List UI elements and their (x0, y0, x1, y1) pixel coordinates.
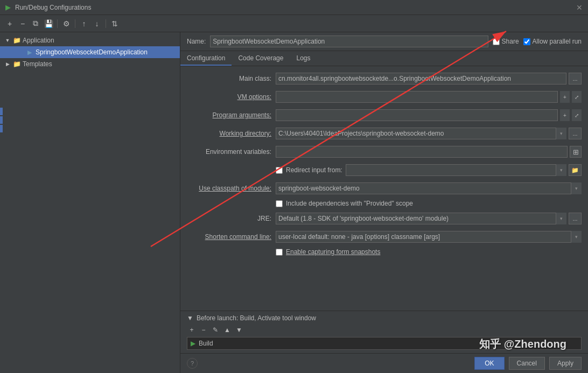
share-checkbox-wrapper: Share (493, 38, 519, 45)
working-directory-row: Working directory: ▾ ... (187, 126, 582, 140)
before-launch-edit-button[interactable]: ✎ (211, 325, 220, 335)
before-launch-remove-button[interactable]: − (199, 325, 208, 335)
right-panel: Name: Share Allow parallel run Configura… (180, 32, 588, 373)
before-launch-item-build[interactable]: ▶ Build (187, 337, 581, 349)
allow-parallel-checkbox[interactable] (523, 38, 530, 45)
left-panel: ▼ 📁 Application ▶ SpringbootWebsocketDem… (0, 32, 180, 373)
add-config-button[interactable]: + (4, 18, 15, 29)
shorten-cmd-label: Shorten command line: (187, 233, 276, 241)
main-class-row: Main class: ... (187, 72, 582, 86)
vm-options-fullscreen-button[interactable]: ⤢ (572, 91, 582, 103)
arrow-icon-application: ▼ (4, 37, 11, 44)
left-indicator-3 (0, 125, 3, 132)
tree-label-application: Application (23, 37, 54, 44)
vm-options-expand-button[interactable]: + (560, 91, 570, 103)
settings-button[interactable]: ⚙ (61, 18, 72, 29)
move-down-button[interactable]: ↓ (92, 18, 102, 29)
tabs-bar: Configuration Code Coverage Logs (180, 51, 588, 66)
cancel-button[interactable]: Cancel (509, 357, 545, 370)
arrow-icon-templates: ▶ (4, 61, 11, 67)
env-variables-input[interactable] (276, 146, 568, 158)
main-class-input-group: ... (276, 73, 582, 85)
tab-logs[interactable]: Logs (290, 51, 317, 66)
tree-label-springboot: SpringbootWebsocketDemoApplication (36, 48, 148, 56)
tree-item-application[interactable]: ▼ 📁 Application (0, 34, 180, 46)
program-args-expand-button[interactable]: + (560, 109, 570, 121)
toolbar: + − ⧉ 💾 ⚙ ↑ ↓ ⇅ (0, 15, 588, 32)
before-launch-title: Before launch: Build, Activate tool wind… (197, 314, 316, 322)
folder-icon-templates: 📁 (13, 60, 20, 68)
redirect-input-row: Redirect input from: ▾ 📁 (187, 163, 582, 177)
toolbar-separator-2 (75, 19, 75, 28)
jre-browse-button[interactable]: ... (569, 213, 582, 224)
app-icon: ▶ (4, 4, 12, 11)
jre-input-group: Default (1.8 - SDK of 'springboot-websoc… (276, 213, 582, 224)
before-launch-item-label: Build (199, 340, 213, 347)
include-deps-row: Include dependencies with "Provided" sco… (187, 200, 582, 207)
toolbar-separator-3 (106, 19, 106, 28)
dialog: + − ⧉ 💾 ⚙ ↑ ↓ ⇅ ▼ 📁 Application (0, 15, 588, 373)
classpath-row: Use classpath of module: springboot-webs… (187, 181, 582, 195)
move-up-button[interactable]: ↑ (79, 18, 89, 29)
enable-snapshots-label: Enable capturing form snapshots (286, 248, 380, 256)
redirect-browse-button[interactable]: 📁 (569, 164, 582, 176)
allow-parallel-label: Allow parallel run (533, 38, 582, 45)
main-class-label: Main class: (187, 75, 276, 82)
vm-options-input[interactable] (276, 91, 558, 103)
shorten-cmd-select[interactable]: user-local default: none - java [options… (276, 231, 582, 243)
classpath-select[interactable]: springboot-websocket-demo (276, 182, 582, 194)
share-label: Share (502, 38, 519, 45)
remove-config-button[interactable]: − (17, 18, 28, 29)
program-args-fullscreen-button[interactable]: ⤢ (572, 109, 582, 121)
ok-button[interactable]: OK (474, 357, 504, 370)
classpath-input-group: springboot-websocket-demo ▾ (276, 182, 582, 194)
before-launch-collapse-icon[interactable]: ▼ (187, 314, 193, 322)
working-directory-input[interactable] (276, 128, 566, 139)
working-directory-label: Working directory: (187, 130, 276, 137)
config-icon-springboot: ▶ (26, 48, 33, 56)
env-variables-edit-button[interactable]: ⊞ (570, 146, 582, 158)
tree-item-templates[interactable]: ▶ 📁 Templates (0, 58, 180, 70)
include-deps-checkbox[interactable] (276, 200, 283, 207)
help-button[interactable]: ? (187, 358, 198, 369)
name-label: Name: (187, 38, 206, 45)
before-launch-list: ▶ Build (187, 337, 582, 350)
before-launch-up-button[interactable]: ▲ (222, 325, 232, 335)
shorten-cmd-row: Shorten command line: user-local default… (187, 230, 582, 244)
share-checkbox[interactable] (493, 38, 500, 45)
env-variables-input-group: ⊞ (276, 146, 582, 158)
copy-config-button[interactable]: ⧉ (30, 18, 41, 29)
before-launch-section: ▼ Before launch: Build, Activate tool wi… (180, 311, 588, 353)
redirect-input-checkbox[interactable] (276, 167, 283, 174)
save-config-button[interactable]: 💾 (43, 18, 54, 29)
title-bar: ▶ Run/Debug Configurations ✕ (0, 0, 588, 15)
jre-select[interactable]: Default (1.8 - SDK of 'springboot-websoc… (276, 213, 566, 224)
apply-button[interactable]: Apply (549, 357, 582, 370)
tab-configuration[interactable]: Configuration (180, 51, 232, 66)
enable-snapshots-checkbox[interactable] (276, 249, 283, 256)
toolbar-separator-1 (57, 19, 58, 28)
left-indicators (0, 108, 3, 132)
main-class-input[interactable] (276, 73, 566, 85)
before-launch-add-button[interactable]: + (187, 325, 197, 335)
sort-button[interactable]: ⇅ (109, 18, 120, 29)
tab-code-coverage[interactable]: Code Coverage (232, 51, 290, 66)
body: ▼ 📁 Application ▶ SpringbootWebsocketDem… (0, 32, 588, 373)
name-input[interactable] (210, 36, 488, 47)
before-launch-toolbar: + − ✎ ▲ ▼ (187, 325, 582, 335)
close-button[interactable]: ✕ (575, 3, 584, 12)
tree-item-springboot[interactable]: ▶ SpringbootWebsocketDemoApplication (0, 46, 180, 58)
bottom-bar: ? OK Cancel Apply (180, 353, 588, 373)
include-deps-label: Include dependencies with "Provided" sco… (286, 200, 413, 207)
tree-label-templates: Templates (23, 60, 52, 68)
before-launch-down-button[interactable]: ▼ (234, 325, 244, 335)
shorten-cmd-input-group: user-local default: none - java [options… (276, 231, 582, 243)
redirect-input-field[interactable] (346, 164, 566, 176)
vm-options-label: VM options: (187, 93, 276, 101)
main-class-browse-button[interactable]: ... (569, 73, 582, 85)
form-area: Main class: ... VM options: + ⤢ (180, 66, 588, 311)
name-row: Name: Share Allow parallel run (180, 32, 588, 51)
working-directory-browse-button[interactable]: ... (569, 128, 582, 139)
program-arguments-input[interactable] (276, 109, 558, 121)
parallel-checkbox-wrapper: Allow parallel run (523, 38, 582, 45)
